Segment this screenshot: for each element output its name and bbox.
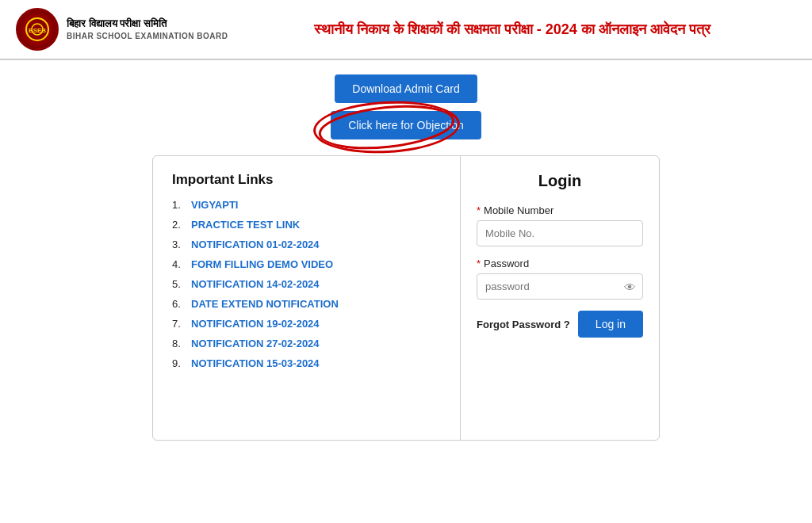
link-notification-1402[interactable]: NOTIFICATION 14-02-2024 [191,278,320,290]
required-star-pw: * [477,258,481,269]
password-input[interactable] [477,273,643,300]
list-item: NOTIFICATION 01-02-2024 [172,239,444,250]
list-item: NOTIFICATION 15-03-2024 [172,357,444,369]
download-admit-card-button[interactable]: Download Admit Card [335,74,477,103]
forgot-row: Forgot Password ? Log in [477,311,643,338]
list-item: NOTIFICATION 14-02-2024 [172,278,444,290]
eye-icon[interactable]: 👁 [624,280,636,293]
org-name-english: BIHAR SCHOOL EXAMINATION BOARD [67,31,228,41]
link-practice-test[interactable]: PRACTICE TEST LINK [191,219,300,231]
org-name-hindi: बिहार विद्यालय परीक्षा समिति [67,17,228,31]
content-box: Important Links VIGYAPTI PRACTICE TEST L… [152,155,660,441]
buttons-area: Download Admit Card Click here for Objec… [0,60,812,147]
mobile-number-group: *Mobile Number [477,204,643,246]
login-button[interactable]: Log in [578,311,643,338]
required-star: * [477,204,481,216]
main-content: Important Links VIGYAPTI PRACTICE TEST L… [0,147,812,456]
list-item: NOTIFICATION 27-02-2024 [172,338,444,349]
svg-text:BSEB: BSEB [29,27,46,34]
important-links-panel: Important Links VIGYAPTI PRACTICE TEST L… [153,156,461,440]
link-notification-1503[interactable]: NOTIFICATION 15-03-2024 [191,357,320,369]
list-item: VIGYAPTI [172,199,444,211]
org-logo: BSEB [16,8,59,51]
link-notification-2702[interactable]: NOTIFICATION 27-02-2024 [191,338,320,349]
forgot-password-text: Forgot Password ? [477,319,570,330]
list-item: FORM FILLING DEMO VIDEO [172,258,444,270]
header: BSEB बिहार विद्यालय परीक्षा समिति BIHAR … [0,0,812,60]
link-notification-0102[interactable]: NOTIFICATION 01-02-2024 [191,239,320,250]
org-name: बिहार विद्यालय परीक्षा समिति BIHAR SCHOO… [67,17,228,41]
objection-button[interactable]: Click here for Objection [331,111,481,139]
list-item: NOTIFICATION 19-02-2024 [172,318,444,330]
link-notification-1902[interactable]: NOTIFICATION 19-02-2024 [191,318,320,330]
link-form-filling-demo[interactable]: FORM FILLING DEMO VIDEO [191,258,333,270]
mobile-input[interactable] [477,220,643,246]
important-links-list: VIGYAPTI PRACTICE TEST LINK NOTIFICATION… [172,199,444,369]
password-group: *Password 👁 [477,258,643,300]
objection-wrapper: Click here for Objection [331,111,481,139]
list-item: PRACTICE TEST LINK [172,219,444,231]
link-date-extend[interactable]: DATE EXTEND NOTIFICATION [191,298,339,310]
login-heading: Login [477,172,643,190]
login-panel: Login *Mobile Number *Password 👁 Forgot … [461,156,659,440]
link-vigyapti[interactable]: VIGYAPTI [191,199,238,211]
important-links-heading: Important Links [172,172,444,188]
page-title: स्थानीय निकाय के शिक्षकों की सक्षमता परी… [228,21,796,38]
password-label: *Password [477,258,643,269]
header-logo: BSEB बिहार विद्यालय परीक्षा समिति BIHAR … [16,8,228,51]
list-item: DATE EXTEND NOTIFICATION [172,298,444,310]
password-wrapper: 👁 [477,273,643,300]
mobile-label: *Mobile Number [477,204,643,216]
